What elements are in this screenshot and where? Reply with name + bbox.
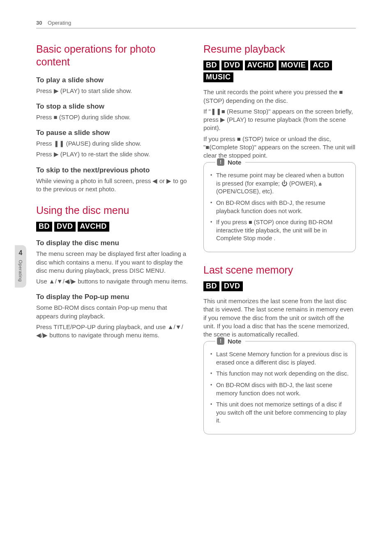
badge-music: MUSIC [203,72,233,82]
pause-text-2: Press ▶ (PLAY) to re-start the slide sho… [36,150,189,158]
page-number: 30 [36,20,42,26]
note-label: ! Note [215,158,245,166]
note-label-text: Note [228,159,241,166]
badge-movie: MOVIE [279,60,309,70]
resume-text-2: If "❚❚■ (Resume Stop)" appears on the sc… [203,107,356,132]
stop-heading: To stop a slide show [36,102,189,111]
resume-badges: BD DVD AVCHD MOVIE ACD MUSIC [203,60,356,82]
note-label-text: Note [228,338,241,345]
note-label: ! Note [215,337,245,345]
last-scene-title: Last scene memory [203,264,356,276]
last-scene-text: This unit memorizes the last scene from … [203,297,356,339]
header-rule [36,28,356,28]
stop-text: Press ■ (STOP) during slide show. [36,113,189,121]
badge-bd: BD [203,281,219,291]
chapter-number: 4 [19,249,23,257]
popup-heading: To display the Pop-up menu [36,293,189,301]
resume-text-1: The unit records the point where you pre… [203,88,356,105]
display-disc-text-1: The menu screen may be displayed first a… [36,250,189,275]
last-scene-badges: BD DVD [203,281,356,291]
play-heading: To play a slide show [36,76,189,84]
left-column: Basic operations for photo content To pl… [36,43,189,434]
popup-text-2: Press TITLE/POP-UP during playback, and … [36,323,189,340]
popup-text-1: Some BD-ROM discs contain Pop-up menu th… [36,304,189,320]
display-disc-heading: To display the disc menu [36,239,189,247]
badge-dvd: DVD [221,281,243,291]
badge-avchd: AVCHD [245,60,277,70]
resume-text-3: If you press ■ (STOP) twice or unload th… [203,135,356,160]
side-tab: 4 Operating [15,245,26,288]
page-header: 30 Operating [36,20,71,26]
resume-note-box: ! Note The resume point may be cleared w… [203,162,356,252]
last-note-3: On BD-ROM discs with BD-J, the last scen… [210,381,349,397]
skip-heading: To skip to the next/previous photo [36,166,189,174]
right-column: Resume playback BD DVD AVCHD MOVIE ACD M… [203,43,356,434]
badge-dvd: DVD [54,222,76,232]
disc-menu-badges: BD DVD AVCHD [36,222,189,232]
badge-bd: BD [203,60,219,70]
play-text: Press ▶ (PLAY) to start slide show. [36,87,189,95]
badge-dvd: DVD [221,60,243,70]
last-scene-note-box: ! Note Last Scene Memory function for a … [203,341,356,434]
badge-acd: ACD [310,60,332,70]
badge-bd: BD [36,222,52,232]
badge-avchd: AVCHD [78,222,109,232]
skip-text: While viewing a photo in full screen, pr… [36,177,189,194]
note-icon: ! [217,337,224,345]
basic-ops-title: Basic operations for photo content [36,43,189,69]
pause-text-1: Press ❚❚ (PAUSE) during slide show. [36,139,189,148]
note-icon: ! [217,158,224,166]
disc-menu-title: Using the disc menu [36,204,189,217]
resume-note-2: On BD-ROM discs with BD-J, the resume pl… [210,199,349,215]
last-note-4: This unit does not memorize settings of … [210,401,349,425]
resume-note-3: If you press ■ (STOP) once during BD-ROM… [210,218,349,243]
resume-title: Resume playback [203,43,356,56]
chapter-label: Operating [18,260,23,282]
last-note-1: Last Scene Memory function for a previou… [210,350,349,367]
last-note-2: This function may not work depending on … [210,370,349,378]
pause-heading: To pause a slide show [36,129,189,137]
display-disc-text-2: Use ▲/▼/◀/▶ buttons to navigate through … [36,277,189,285]
resume-note-1: The resume point may be cleared when a b… [210,172,349,196]
page-section: Operating [48,20,71,26]
